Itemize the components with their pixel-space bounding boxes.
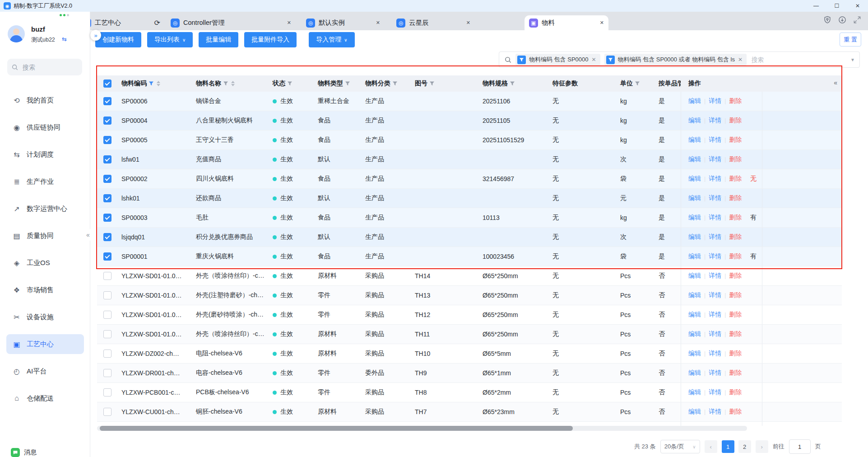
sidebar-search-input[interactable] (22, 63, 73, 71)
toolbar-button[interactable]: 创建新物料 ∨ (95, 32, 141, 47)
shield-icon[interactable] (823, 15, 832, 24)
column-header[interactable]: 物料编码 (114, 79, 189, 88)
delete-link[interactable]: 删除 (729, 175, 742, 183)
column-filter-icon[interactable] (635, 81, 640, 86)
sidebar-item[interactable]: ▤ 质量协同 (6, 226, 84, 246)
tab-close-icon[interactable]: ✕ (376, 20, 380, 26)
sidebar-item[interactable]: ⌂ 仓储配送 (6, 388, 84, 408)
delete-link[interactable]: 删除 (729, 194, 742, 202)
row-checkbox-cell[interactable] (97, 247, 114, 266)
delete-link[interactable]: 删除 (729, 252, 742, 261)
detail-link[interactable]: 详情 (709, 330, 721, 338)
detail-link[interactable]: 详情 (709, 350, 721, 358)
delete-link[interactable]: 删除 (729, 330, 742, 338)
edit-link[interactable]: 编辑 (688, 408, 701, 416)
tab-close-icon[interactable]: ✕ (600, 20, 604, 26)
detail-link[interactable]: 详情 (709, 408, 721, 416)
delete-link[interactable]: 删除 (729, 291, 742, 299)
download-icon[interactable] (838, 15, 847, 24)
column-header[interactable]: 物料名称 (189, 79, 265, 88)
sidebar-item[interactable]: ◉ 供应链协同 (6, 117, 84, 137)
delete-link[interactable]: 删除 (729, 97, 742, 105)
row-checkbox-cell[interactable] (97, 364, 114, 382)
detail-link[interactable]: 详情 (709, 97, 721, 105)
prev-page-button[interactable]: ‹ (705, 440, 717, 453)
detail-link[interactable]: 详情 (709, 252, 721, 261)
edit-link[interactable]: 编辑 (688, 311, 701, 319)
sidebar-item[interactable]: ↗ 数字运营中心 (6, 199, 84, 219)
tab-close-icon[interactable]: ✕ (466, 20, 470, 26)
sidebar-item[interactable]: ▣ 工艺中心 (6, 334, 84, 354)
edit-link[interactable]: 编辑 (688, 272, 701, 280)
edit-link[interactable]: 编辑 (688, 214, 701, 222)
sidebar-collapse-icon[interactable]: « (86, 228, 90, 241)
row-checkbox-cell[interactable] (97, 422, 114, 426)
edit-link[interactable]: 编辑 (688, 155, 701, 163)
row-checkbox-cell[interactable] (97, 286, 114, 305)
row-checkbox-cell[interactable] (97, 383, 114, 402)
filter-dropdown-icon[interactable]: ▼ (850, 57, 855, 62)
detail-link[interactable]: 详情 (709, 117, 721, 125)
switch-account-icon[interactable]: ⇆ (62, 36, 67, 42)
sidebar-item[interactable]: ✂ 设备设施 (6, 307, 84, 327)
messages-entry[interactable]: 消息 (11, 448, 37, 457)
reset-button[interactable]: 重 置 (840, 33, 861, 47)
app-tab[interactable]: ◎ 云星辰 ⟳ ✕ (392, 15, 475, 30)
filter-bar[interactable]: 物料编码 包含 SP0000 ✕ 物料编码 包含 SP0000 或者 物料编码 … (499, 51, 860, 68)
close-button[interactable]: ✕ (847, 0, 868, 12)
app-tab[interactable]: ◇ 工艺中心 ⟳ ✕ (78, 15, 165, 30)
sidebar-item[interactable]: ≣ 生产作业 (6, 172, 84, 191)
app-tab[interactable]: ◎ 默认实例 ⟳ ✕ (302, 15, 385, 30)
column-header[interactable]: 操作 (681, 79, 762, 88)
next-page-button[interactable]: › (756, 440, 768, 453)
row-checkbox-cell[interactable] (97, 208, 114, 227)
delete-link[interactable]: 删除 (729, 311, 742, 319)
delete-link[interactable]: 删除 (729, 388, 742, 396)
column-header[interactable]: 特征参数 (545, 79, 613, 88)
toolbar-button[interactable]: 导入管理 ∨ (309, 32, 354, 47)
detail-link[interactable]: 详情 (709, 388, 721, 396)
maximize-button[interactable]: ☐ (826, 0, 847, 12)
goto-page-input[interactable] (789, 439, 811, 454)
column-header[interactable]: 物料类型 (311, 79, 358, 88)
row-checkbox-cell[interactable] (97, 344, 114, 363)
row-checkbox-cell[interactable] (97, 305, 114, 324)
row-checkbox-cell[interactable] (97, 266, 114, 285)
delete-link[interactable]: 删除 (729, 272, 742, 280)
sidebar-item[interactable]: ◈ 工业OS (6, 253, 84, 273)
app-tab[interactable]: ▣ 物料 ⟳ ✕ (525, 15, 608, 30)
detail-link[interactable]: 详情 (709, 291, 721, 299)
row-checkbox-cell[interactable] (97, 131, 114, 149)
edit-link[interactable]: 编辑 (688, 175, 701, 183)
delete-link[interactable]: 删除 (729, 155, 742, 163)
row-checkbox-cell[interactable] (97, 402, 114, 421)
row-checkbox-cell[interactable] (97, 111, 114, 130)
delete-link[interactable]: 删除 (729, 369, 742, 377)
page-number-button[interactable]: 2 (738, 440, 751, 453)
column-sort-icon[interactable] (157, 81, 160, 86)
fullscreen-icon[interactable] (853, 15, 862, 24)
delete-link[interactable]: 删除 (729, 350, 742, 358)
edit-link[interactable]: 编辑 (688, 330, 701, 338)
column-filter-icon[interactable] (149, 81, 154, 86)
toolbar-button[interactable]: 批量附件导入 ∨ (244, 32, 297, 47)
edit-link[interactable]: 编辑 (688, 233, 701, 241)
row-checkbox-cell[interactable] (97, 169, 114, 188)
column-header[interactable]: 物料分类 (358, 79, 408, 88)
row-checkbox-cell[interactable] (97, 92, 114, 111)
column-filter-icon[interactable] (429, 81, 435, 86)
delete-link[interactable]: 删除 (729, 233, 742, 241)
edit-link[interactable]: 编辑 (688, 117, 701, 125)
detail-link[interactable]: 详情 (709, 136, 721, 144)
column-header[interactable]: 图号 (408, 79, 475, 88)
header-checkbox-cell[interactable] (97, 79, 114, 88)
delete-link[interactable]: 删除 (729, 408, 742, 416)
edit-link[interactable]: 编辑 (688, 136, 701, 144)
chip-close-icon[interactable]: ✕ (738, 56, 743, 63)
detail-link[interactable]: 详情 (709, 175, 721, 183)
edit-link[interactable]: 编辑 (688, 194, 701, 202)
column-header[interactable]: 单位 (613, 79, 651, 88)
edit-link[interactable]: 编辑 (688, 252, 701, 261)
delete-link[interactable]: 删除 (729, 136, 742, 144)
toolbar-button[interactable]: 导出列表 ∨ (147, 32, 193, 47)
